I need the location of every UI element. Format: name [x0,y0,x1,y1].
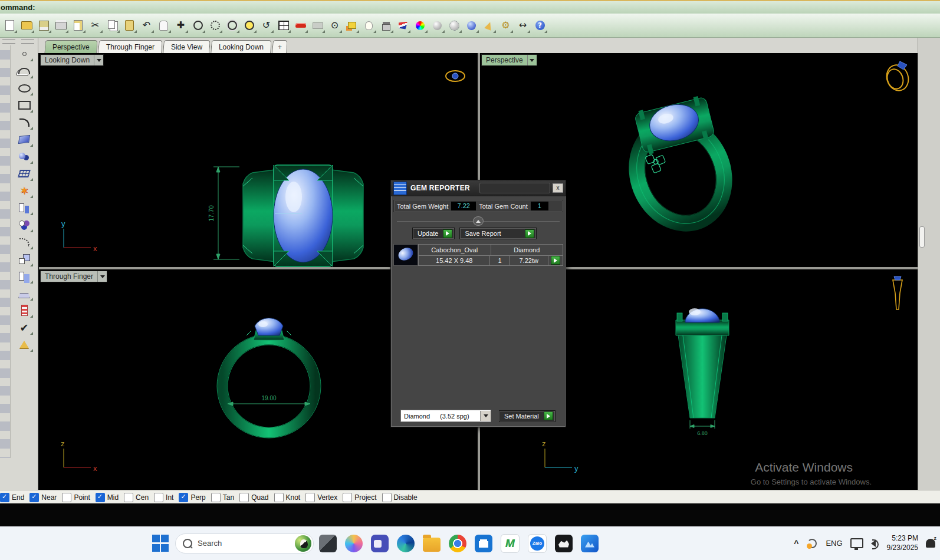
material-patch-icon[interactable] [395,17,411,34]
osnap-disable[interactable]: Disable [382,493,418,502]
sweep-icon[interactable] [14,268,34,285]
car-ghost-icon[interactable] [310,17,326,34]
tab-looking-down[interactable]: Looking Down [211,40,272,53]
osnap-mid[interactable]: Mid [96,493,119,502]
add-tab-button[interactable]: + [272,40,288,53]
taskbar-edge-icon[interactable] [397,535,415,552]
zoom-in-icon[interactable] [190,17,206,34]
checkbox[interactable] [305,493,315,502]
undo-icon[interactable]: ↶ [139,17,155,34]
taskbar-explorer-icon[interactable] [423,538,441,552]
network-display-icon[interactable] [850,538,863,548]
color-wheel-icon[interactable] [412,17,428,34]
osnap-quad[interactable]: Quad [239,493,268,502]
pan-icon[interactable] [156,17,172,34]
dialog-drag-zone[interactable] [479,183,550,193]
osnap-knot[interactable]: Knot [274,493,301,502]
render-sand-icon[interactable] [14,336,34,353]
toolbar-grips[interactable] [0,38,38,45]
annotate-page-icon[interactable] [70,17,86,34]
taskbar-zalo-icon[interactable]: Zalo [528,534,547,553]
dialog-titlebar[interactable]: GEM REPORTER x [391,180,566,196]
osnap-int[interactable]: Int [154,493,173,502]
checkbox[interactable] [239,493,249,502]
gem-row-run-button[interactable] [548,255,563,266]
checkbox[interactable] [179,493,188,502]
zoom-dynamic-icon[interactable] [207,17,223,34]
command-bar[interactable]: ommand: [0,0,940,15]
zoom-selected-icon[interactable] [241,17,257,34]
surface-icon[interactable] [14,131,34,148]
taskbar-desktop-icon[interactable] [319,535,337,552]
viewport-layout-icon[interactable] [275,17,291,34]
layout-objects-icon[interactable] [344,17,360,34]
ghosted-sphere-icon[interactable] [446,17,462,34]
clipped-toolbar-column[interactable] [0,45,11,458]
dimension-icon[interactable]: ↔ [515,17,531,34]
viewport-label-through-finger[interactable]: Through Finger [40,271,107,282]
checkbox[interactable] [124,493,133,502]
osnap-point[interactable]: Point [62,493,90,502]
print-icon[interactable] [53,17,69,34]
gem-table-row[interactable]: Cabochon_Oval Diamond 15.42 X 9.48 1 7.2… [393,244,563,266]
cone-icon[interactable] [481,17,497,34]
tab-through-finger[interactable]: Through Finger [98,40,163,53]
circles-group-icon[interactable] [14,216,34,233]
tray-overflow-chevron[interactable]: ^ [794,539,798,548]
taskbar-rhino-icon[interactable] [555,535,573,552]
osnap-cen[interactable]: Cen [124,493,149,502]
car-icon[interactable] [292,17,308,34]
update-button[interactable]: Update [412,228,455,239]
viewport-label-looking-down[interactable]: Looking Down [40,54,104,66]
checkbox[interactable] [96,493,105,502]
axis-column-icon[interactable] [14,302,34,319]
checkbox[interactable] [211,493,221,502]
tab-side-view[interactable]: Side View [163,40,211,53]
viewport-label-perspective[interactable]: Perspective [481,54,537,66]
taskbar-chrome-icon[interactable] [449,535,466,552]
osnap-perp[interactable]: Perp [179,493,205,502]
chevron-down-icon[interactable] [97,271,107,282]
explode-icon[interactable]: ✶ [14,182,34,199]
taskbar-copilot-icon[interactable] [345,535,363,552]
taskbar-matrix-icon[interactable]: M [501,534,520,553]
rollup-toggle[interactable] [473,216,484,226]
gear-icon[interactable]: ⚙ [498,17,514,34]
taskbar-store-icon[interactable] [475,535,492,552]
curve-icon[interactable] [14,62,34,80]
osnap-vertex[interactable]: Vertex [305,493,337,502]
split-icon[interactable] [14,199,34,216]
zoom-window-icon[interactable] [224,17,240,34]
checkbox[interactable] [274,493,284,502]
checkbox[interactable] [343,493,352,502]
save-report-button[interactable]: Save Report [459,228,536,239]
set-material-button[interactable]: Set Material [499,410,556,422]
start-button[interactable] [152,535,170,552]
help-icon[interactable]: ? [532,17,548,34]
circle-center-icon[interactable]: ⊙ [327,17,343,34]
language-indicator[interactable]: ENG [826,539,842,548]
blend-curve-icon[interactable] [14,233,34,251]
checkbox[interactable] [0,493,9,502]
rendered-sphere-icon[interactable] [464,17,479,34]
lightbulb-icon[interactable] [361,17,377,34]
notification-bell-icon[interactable] [926,539,935,548]
emitter-pins-icon[interactable] [14,285,34,302]
panel-collapse-handle[interactable] [919,226,925,248]
arc-icon[interactable] [14,114,34,131]
lock-icon[interactable] [378,17,394,34]
mesh-icon[interactable] [14,165,34,182]
chevron-down-icon[interactable] [94,55,103,65]
check-icon[interactable]: ✔ [14,319,34,336]
copy-icon[interactable] [104,17,120,34]
osnap-project[interactable]: Project [343,493,376,502]
paste-icon[interactable] [121,17,137,34]
taskbar-teams-icon[interactable] [371,535,389,552]
checkbox[interactable] [154,493,163,502]
move-copy-icon[interactable] [14,251,34,268]
material-dropdown[interactable]: Diamond (3.52 spg) [400,410,491,422]
speaker-icon[interactable] [871,540,876,547]
cut-icon[interactable]: ✂ [87,17,103,34]
checkbox[interactable] [382,493,392,502]
osnap-end[interactable]: End [0,493,24,502]
